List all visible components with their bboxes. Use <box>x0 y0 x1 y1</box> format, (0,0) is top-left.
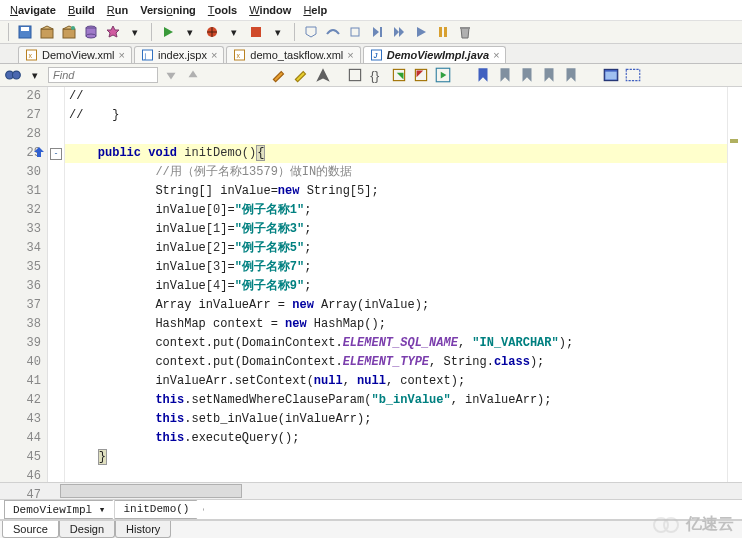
line-number[interactable]: 38 <box>0 315 43 334</box>
bookmark-last-icon[interactable] <box>562 66 580 84</box>
line-number[interactable]: 32 <box>0 201 43 220</box>
line-number[interactable]: 36 <box>0 277 43 296</box>
code-line[interactable] <box>65 467 742 482</box>
method-marker-icon[interactable] <box>32 145 46 159</box>
step-over-icon[interactable] <box>325 24 341 40</box>
stop-dropdown-icon[interactable]: ▾ <box>270 24 286 40</box>
step-into-icon[interactable] <box>303 24 319 40</box>
line-number[interactable]: 26 <box>0 87 43 106</box>
line-number[interactable]: 28 <box>0 125 43 144</box>
line-number[interactable]: 37 <box>0 296 43 315</box>
continue-icon[interactable] <box>413 24 429 40</box>
line-number[interactable]: 33 <box>0 220 43 239</box>
block-icon[interactable] <box>346 66 364 84</box>
code-line[interactable]: context.put(DomainContext.ELEMENT_TYPE, … <box>65 353 742 372</box>
code-line[interactable]: String[] inValue=new String[5]; <box>65 182 742 201</box>
run-inline-icon[interactable] <box>434 66 452 84</box>
dropdown-icon[interactable]: ▾ <box>127 24 143 40</box>
close-icon[interactable]: × <box>211 49 217 61</box>
menu-window[interactable]: Window <box>249 2 291 18</box>
link-out-icon[interactable] <box>412 66 430 84</box>
overview-ruler[interactable] <box>727 87 742 482</box>
package-icon[interactable] <box>39 24 55 40</box>
code-line[interactable]: //用（例子名称13579）做IN的数据 <box>65 163 742 182</box>
line-number[interactable]: 41 <box>0 372 43 391</box>
code-editor[interactable]: 2627282930313233343536373839404142434445… <box>0 87 742 482</box>
tab-source[interactable]: Source <box>2 521 59 538</box>
code-line[interactable]: inValue[0]="例子名称1"; <box>65 201 742 220</box>
line-number[interactable]: 40 <box>0 353 43 372</box>
line-number[interactable]: 46 <box>0 467 43 486</box>
stop-icon[interactable] <box>248 24 264 40</box>
skip-all-icon[interactable] <box>391 24 407 40</box>
crumb-method[interactable]: initDemo() <box>114 500 204 519</box>
code-line[interactable]: Array inValueArr = new Array(inValue); <box>65 296 742 315</box>
database-icon[interactable] <box>83 24 99 40</box>
tab-demoview-xml[interactable]: x DemoView.xml × <box>18 46 132 63</box>
menu-build[interactable]: Build <box>68 2 95 18</box>
debug-icon[interactable] <box>204 24 220 40</box>
code-line[interactable]: HashMap context = new HashMap(); <box>65 315 742 334</box>
scrollbar-thumb[interactable] <box>60 484 242 498</box>
run-dropdown-icon[interactable]: ▾ <box>182 24 198 40</box>
tab-demoviewimpl-java[interactable]: J DemoViewImpl.java × <box>363 46 507 63</box>
code-line[interactable]: this.setNamedWhereClauseParam("b_inValue… <box>65 391 742 410</box>
tab-demo-taskflow-xml[interactable]: x demo_taskflow.xml × <box>226 46 360 63</box>
line-number[interactable]: 30 <box>0 163 43 182</box>
menu-tools[interactable]: Tools <box>208 2 237 18</box>
bookmark-next-icon[interactable] <box>496 66 514 84</box>
highlight-icon[interactable] <box>270 66 288 84</box>
scrollbar-horizontal[interactable] <box>0 482 742 499</box>
crumb-class[interactable]: DemoViewImpl ▾ <box>4 500 120 519</box>
code-line[interactable]: // } <box>65 106 742 125</box>
tab-history[interactable]: History <box>115 521 171 538</box>
line-number[interactable]: 35 <box>0 258 43 277</box>
bookmark-first-icon[interactable] <box>540 66 558 84</box>
find-next-icon[interactable] <box>162 66 180 84</box>
code-line[interactable]: public void initDemo(){ <box>65 144 742 163</box>
wizard-icon[interactable] <box>105 24 121 40</box>
ruler-mark[interactable] <box>730 139 738 143</box>
line-number[interactable]: 45 <box>0 448 43 467</box>
menu-versioning[interactable]: Versioning <box>140 2 196 18</box>
package-alt-icon[interactable] <box>61 24 77 40</box>
code-line[interactable]: context.put(DomainContext.ELEMENT_SQL_NA… <box>65 334 742 353</box>
code-line[interactable]: this.setb_inValue(inValueArr); <box>65 410 742 429</box>
close-icon[interactable]: × <box>119 49 125 61</box>
menu-help[interactable]: Help <box>303 2 327 18</box>
navigate-icon[interactable] <box>314 66 332 84</box>
marker-icon[interactable] <box>292 66 310 84</box>
bookmark-prev-icon[interactable] <box>518 66 536 84</box>
debug-dropdown-icon[interactable]: ▾ <box>226 24 242 40</box>
step-out-icon[interactable] <box>347 24 363 40</box>
line-number[interactable]: 39 <box>0 334 43 353</box>
find-prev-icon[interactable] <box>184 66 202 84</box>
tab-design[interactable]: Design <box>59 521 115 538</box>
brackets-icon[interactable]: {} <box>368 66 386 84</box>
code-line[interactable]: } <box>65 448 742 467</box>
code-line[interactable]: inValue[2]="例子名称5"; <box>65 239 742 258</box>
fold-gutter[interactable]: - <box>48 87 65 482</box>
line-number[interactable]: 27 <box>0 106 43 125</box>
code-line[interactable]: this.executeQuery(); <box>65 429 742 448</box>
line-number[interactable]: 34 <box>0 239 43 258</box>
bookmark-icon[interactable] <box>474 66 492 84</box>
menu-navigate[interactable]: Navigate <box>10 2 56 18</box>
code-line[interactable]: inValue[3]="例子名称7"; <box>65 258 742 277</box>
line-number[interactable]: 42 <box>0 391 43 410</box>
structure-icon[interactable] <box>624 66 642 84</box>
trash-icon[interactable] <box>457 24 473 40</box>
code-line[interactable]: inValue[1]="例子名称3"; <box>65 220 742 239</box>
preview-icon[interactable] <box>602 66 620 84</box>
code-line[interactable]: // <box>65 87 742 106</box>
find-input[interactable] <box>48 67 158 83</box>
find-dropdown-icon[interactable]: ▾ <box>26 66 44 84</box>
tab-index-jspx[interactable]: j index.jspx × <box>134 46 224 63</box>
menu-run[interactable]: Run <box>107 2 128 18</box>
code-line[interactable]: inValueArr.setContext(null, null, contex… <box>65 372 742 391</box>
run-icon[interactable] <box>160 24 176 40</box>
code-line[interactable]: inValue[4]="例子名称9"; <box>65 277 742 296</box>
close-icon[interactable]: × <box>493 49 499 61</box>
save-icon[interactable] <box>17 24 33 40</box>
line-gutter[interactable]: 2627282930313233343536373839404142434445… <box>0 87 48 482</box>
